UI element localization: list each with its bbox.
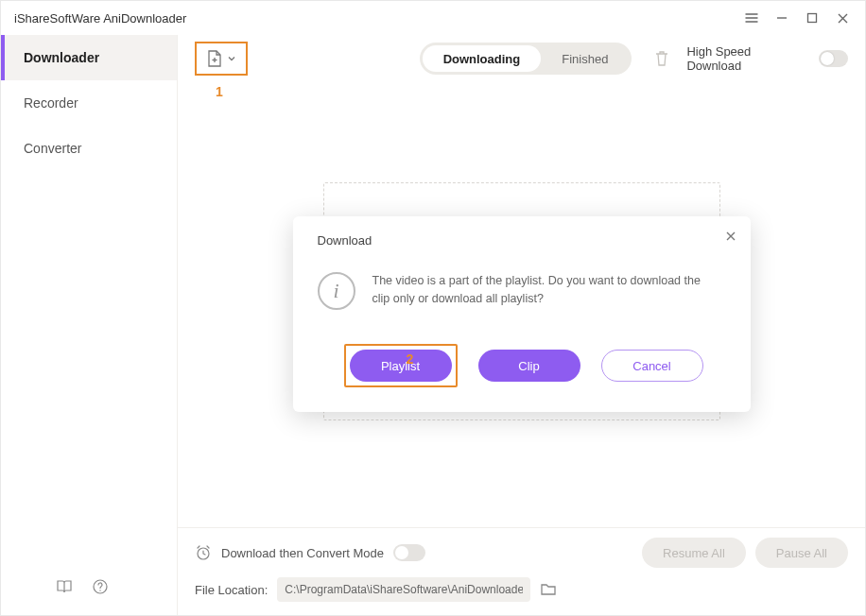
trash-icon[interactable] <box>654 50 669 67</box>
sidebar-item-converter[interactable]: Converter <box>1 126 177 171</box>
minimize-button[interactable] <box>767 3 797 33</box>
clip-button[interactable]: Clip <box>478 350 580 382</box>
tab-downloading[interactable]: Downloading <box>423 45 542 72</box>
maximize-button[interactable] <box>797 3 827 33</box>
modal-close-button[interactable] <box>724 230 737 243</box>
chevron-down-icon <box>227 54 236 63</box>
playlist-button-highlight: Playlist <box>344 344 458 387</box>
open-folder-button[interactable] <box>540 582 557 597</box>
svg-rect-0 <box>808 14 817 23</box>
close-button[interactable] <box>827 3 857 33</box>
download-modal: Download i The video is a part of the pl… <box>293 216 751 412</box>
app-title: iShareSoftWare AniDownloader <box>14 11 186 26</box>
highspeed-toggle[interactable] <box>819 50 848 67</box>
info-icon: i <box>318 272 355 310</box>
sidebar-item-label: Recorder <box>24 95 78 111</box>
sidebar: Downloader Recorder Converter <box>1 35 177 615</box>
titlebar: iShareSoftWare AniDownloader <box>1 1 865 35</box>
file-location-label: File Location: <box>195 583 268 597</box>
help-icon[interactable] <box>92 578 109 595</box>
cancel-button[interactable]: Cancel <box>601 350 703 382</box>
menu-button[interactable] <box>736 3 767 33</box>
convert-mode-toggle[interactable] <box>393 544 425 561</box>
file-location-input[interactable] <box>277 577 530 602</box>
tab-finished[interactable]: Finished <box>541 45 629 72</box>
playlist-button[interactable]: Playlist <box>350 350 452 382</box>
sidebar-item-label: Downloader <box>24 50 99 65</box>
sidebar-item-downloader[interactable]: Downloader <box>1 35 177 80</box>
alarm-icon <box>195 544 212 561</box>
pause-all-button[interactable]: Pause All <box>755 538 848 568</box>
book-icon[interactable] <box>56 578 73 595</box>
svg-point-2 <box>99 590 100 590</box>
modal-title: Download <box>318 233 730 248</box>
highspeed-label: High Speed Download <box>686 44 799 73</box>
footer: Download then Convert Mode Resume All Pa… <box>178 527 865 615</box>
file-add-icon <box>206 49 223 68</box>
sidebar-item-label: Converter <box>24 141 81 156</box>
main-area: 1 Downloading Finished High Speed Downlo… <box>177 35 865 615</box>
resume-all-button[interactable]: Resume All <box>642 538 746 568</box>
modal-message: The video is a part of the playlist. Do … <box>372 272 713 308</box>
convert-mode-label: Download then Convert Mode <box>221 546 384 560</box>
sidebar-bottom <box>1 558 177 615</box>
status-tabs: Downloading Finished <box>420 43 632 75</box>
toolbar: 1 Downloading Finished High Speed Downlo… <box>178 35 865 82</box>
annotation-marker-2: 2 <box>407 351 414 367</box>
add-url-button[interactable] <box>195 42 248 76</box>
app-window: iShareSoftWare AniDownloader Downloader … <box>0 0 866 616</box>
sidebar-item-recorder[interactable]: Recorder <box>1 80 177 126</box>
